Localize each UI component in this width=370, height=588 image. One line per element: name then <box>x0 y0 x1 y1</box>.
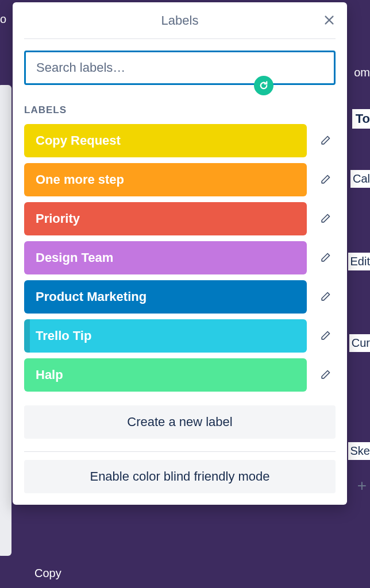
grammarly-icon[interactable] <box>254 76 273 95</box>
search-input[interactable] <box>24 51 336 85</box>
label-chip[interactable]: Priority <box>24 202 307 235</box>
bg-text-fragment: o <box>0 13 6 26</box>
label-chip[interactable]: One more step <box>24 163 307 196</box>
label-chip[interactable]: Design Team <box>24 241 307 274</box>
bg-text-fragment: Cal <box>350 170 370 188</box>
add-icon: + <box>357 477 367 495</box>
edit-label-button[interactable] <box>315 169 336 190</box>
bg-text-fragment: Edit <box>348 253 370 270</box>
pencil-icon <box>319 174 331 185</box>
popover-header: Labels <box>24 2 336 39</box>
popover-title: Labels <box>161 13 199 28</box>
edit-label-button[interactable] <box>315 365 336 385</box>
pencil-icon <box>319 330 331 342</box>
label-row: Design Team <box>24 241 336 274</box>
pencil-icon <box>319 369 331 381</box>
bg-text-fragment: Ske <box>348 442 370 460</box>
label-row: Priority <box>24 202 336 235</box>
pencil-icon <box>319 291 331 303</box>
close-icon <box>323 14 336 26</box>
bg-text-fragment: Cur <box>349 334 370 352</box>
label-row: Trello Tip <box>24 319 336 353</box>
label-row: Copy Request <box>24 124 336 157</box>
label-chip[interactable]: Halp <box>24 358 307 392</box>
create-label-button[interactable]: Create a new label <box>24 405 336 439</box>
bg-sidebar-fragment <box>0 85 11 556</box>
labels-heading: LABELS <box>24 105 336 116</box>
labels-popover: Labels LABELS Copy RequestOne more stepP… <box>13 2 347 505</box>
label-row: One more step <box>24 163 336 196</box>
bg-text-fragment: om <box>350 66 370 79</box>
colorblind-mode-button[interactable]: Enable color blind friendly mode <box>24 460 336 493</box>
divider <box>24 451 336 452</box>
label-chip[interactable]: Product Marketing <box>24 280 307 314</box>
label-chip[interactable]: Copy Request <box>24 124 307 157</box>
close-button[interactable] <box>323 14 336 29</box>
bg-text-fragment: To <box>352 109 370 129</box>
edit-label-button[interactable] <box>315 287 336 307</box>
pencil-icon <box>319 213 331 225</box>
pencil-icon <box>319 252 331 264</box>
edit-label-button[interactable] <box>315 208 336 229</box>
label-row: Halp <box>24 358 336 392</box>
search-wrap <box>24 51 336 85</box>
edit-label-button[interactable] <box>315 130 336 151</box>
labels-list: Copy RequestOne more stepPriorityDesign … <box>24 124 336 392</box>
pencil-icon <box>319 135 331 146</box>
edit-label-button[interactable] <box>315 247 336 268</box>
edit-label-button[interactable] <box>315 326 336 346</box>
label-row: Product Marketing <box>24 280 336 314</box>
bg-copy-fragment: Copy <box>34 567 61 580</box>
label-chip[interactable]: Trello Tip <box>24 319 307 353</box>
